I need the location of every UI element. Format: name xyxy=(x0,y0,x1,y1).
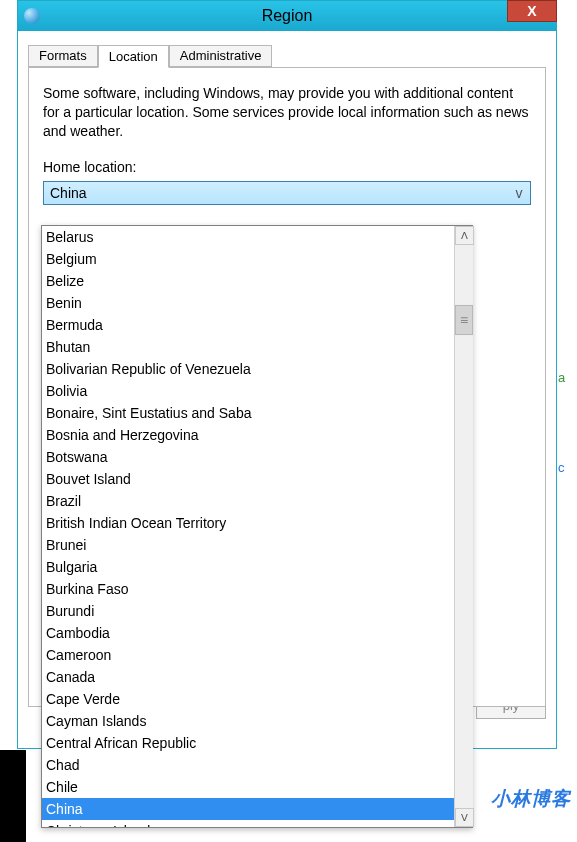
watermark-text: 小林博客 xyxy=(491,786,571,812)
dropdown-option[interactable]: Christmas Island xyxy=(42,820,472,828)
dropdown-option[interactable]: Central African Republic xyxy=(42,732,472,754)
tab-location[interactable]: Location xyxy=(98,45,169,68)
arrow-up-icon: ᐱ xyxy=(461,230,468,241)
dropdown-option[interactable]: Bulgaria xyxy=(42,556,472,578)
close-icon: X xyxy=(527,3,536,19)
dropdown-option[interactable]: Bolivia xyxy=(42,380,472,402)
dropdown-option[interactable]: Bosnia and Herzegovina xyxy=(42,424,472,446)
scroll-track[interactable]: ≡ xyxy=(455,245,473,808)
dropdown-option[interactable]: Bonaire, Sint Eustatius and Saba xyxy=(42,402,472,424)
tab-administrative[interactable]: Administrative xyxy=(169,45,273,67)
home-location-dropdown[interactable]: BelarusBelgiumBelizeBeninBermudaBhutanBo… xyxy=(41,225,473,828)
dropdown-option[interactable]: Brunei xyxy=(42,534,472,556)
grip-icon: ≡ xyxy=(460,312,468,328)
window-title: Region xyxy=(18,7,556,25)
chevron-down-icon: v xyxy=(512,185,526,201)
dropdown-option[interactable]: Canada xyxy=(42,666,472,688)
home-location-combo[interactable]: China v xyxy=(43,181,531,205)
dropdown-scrollbar[interactable]: ᐱ ≡ ᐯ xyxy=(454,226,473,827)
background-block xyxy=(0,750,26,842)
scroll-thumb[interactable]: ≡ xyxy=(455,305,473,335)
dropdown-option[interactable]: Cambodia xyxy=(42,622,472,644)
dropdown-option[interactable]: British Indian Ocean Territory xyxy=(42,512,472,534)
close-button[interactable]: X xyxy=(507,0,557,22)
dropdown-option[interactable]: Bermuda xyxy=(42,314,472,336)
dropdown-option[interactable]: Burkina Faso xyxy=(42,578,472,600)
tab-formats[interactable]: Formats xyxy=(28,45,98,67)
tab-strip: Formats Location Administrative xyxy=(28,45,546,67)
dropdown-option[interactable]: Benin xyxy=(42,292,472,314)
dropdown-option[interactable]: Belarus xyxy=(42,226,472,248)
dropdown-option[interactable]: Bhutan xyxy=(42,336,472,358)
arrow-down-icon: ᐯ xyxy=(461,812,468,823)
dropdown-option[interactable]: Belgium xyxy=(42,248,472,270)
dropdown-option[interactable]: Bouvet Island xyxy=(42,468,472,490)
side-fragment: a xyxy=(558,370,576,385)
dropdown-option[interactable]: Cape Verde xyxy=(42,688,472,710)
scroll-up-button[interactable]: ᐱ xyxy=(455,226,474,245)
dropdown-option[interactable]: China xyxy=(42,798,472,820)
dropdown-option[interactable]: Bolivarian Republic of Venezuela xyxy=(42,358,472,380)
combo-selected-value: China xyxy=(50,185,87,201)
dropdown-option[interactable]: Belize xyxy=(42,270,472,292)
scroll-down-button[interactable]: ᐯ xyxy=(455,808,474,827)
description-text: Some software, including Windows, may pr… xyxy=(43,84,531,141)
dropdown-option[interactable]: Botswana xyxy=(42,446,472,468)
dropdown-option[interactable]: Chile xyxy=(42,776,472,798)
dropdown-option[interactable]: Cayman Islands xyxy=(42,710,472,732)
titlebar[interactable]: Region X xyxy=(18,1,556,31)
side-fragment: c xyxy=(558,460,576,475)
dropdown-option[interactable]: Chad xyxy=(42,754,472,776)
dropdown-option[interactable]: Brazil xyxy=(42,490,472,512)
dropdown-option[interactable]: Cameroon xyxy=(42,644,472,666)
home-location-label: Home location: xyxy=(43,159,531,175)
dropdown-option[interactable]: Burundi xyxy=(42,600,472,622)
